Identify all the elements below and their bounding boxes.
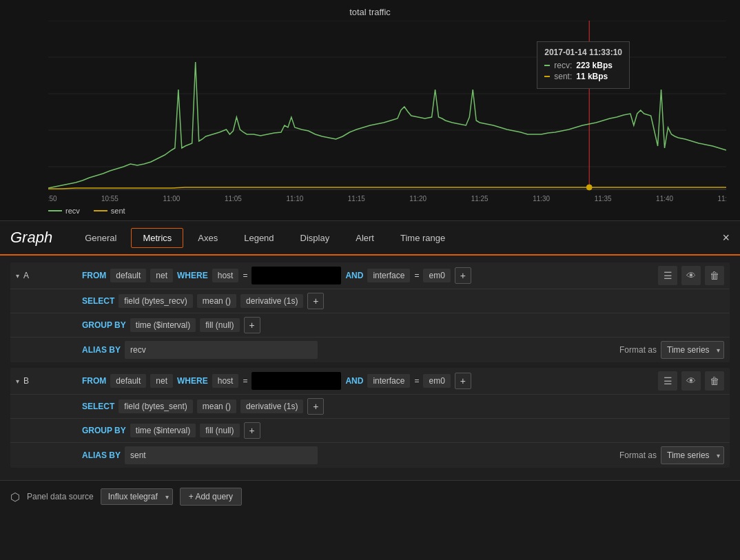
query-a-menu-button[interactable]: ☰: [658, 266, 677, 285]
query-b-eye-button[interactable]: 👁: [681, 371, 701, 391]
tab-time-range[interactable]: Time range: [389, 228, 457, 248]
tooltip-sent-row: sent: 11 kBps: [544, 72, 622, 81]
query-b-where2-value[interactable]: em0: [423, 374, 450, 388]
tooltip-recv-value: 223 kBps: [576, 61, 613, 70]
query-b-from-table[interactable]: net: [150, 374, 173, 388]
query-a-delete-button[interactable]: 🗑: [705, 266, 724, 285]
query-b-format-select[interactable]: Time series Table World map: [661, 446, 724, 464]
tab-general[interactable]: General: [73, 228, 128, 248]
query-a-format-select[interactable]: Time series Table World map: [661, 341, 724, 359]
chart-title: total traffic: [7, 7, 733, 17]
tab-alert[interactable]: Alert: [344, 228, 386, 248]
close-button[interactable]: ×: [722, 231, 730, 245]
query-b-group-fill[interactable]: fill (null): [200, 424, 239, 437]
query-a-where-add-button[interactable]: +: [455, 267, 471, 284]
editor-header: Graph General Metrics Axes Legend Displa…: [0, 221, 740, 256]
query-a-select-field[interactable]: field (bytes_recv): [119, 294, 192, 308]
svg-point-25: [586, 185, 592, 190]
legend-recv-label: recv: [65, 207, 80, 215]
chart-inner: 5.0 MBps 4.0 MBps 3.0 MBps 2.0 MBps 1.0 …: [48, 21, 726, 203]
svg-text:11:40: 11:40: [656, 195, 673, 203]
query-b-select-add-button[interactable]: +: [307, 398, 324, 415]
editor-panel: Graph General Metrics Axes Legend Displa…: [0, 220, 740, 512]
query-a-from-db[interactable]: default: [110, 269, 146, 282]
svg-text:11:45: 11:45: [718, 195, 726, 203]
tooltip-recv-row: recv: 223 kBps: [544, 61, 622, 70]
svg-text:10:50: 10:50: [48, 195, 57, 203]
query-a-letter: A: [23, 271, 29, 280]
query-a-alias-input[interactable]: [125, 341, 318, 359]
datasource-icon: ⬡: [10, 490, 20, 504]
tooltip-recv-label: recv:: [554, 61, 572, 70]
tab-legend[interactable]: Legend: [232, 228, 285, 248]
query-b-actions: ☰ 👁 🗑: [658, 371, 724, 391]
legend-recv-line: [48, 210, 62, 211]
datasource-label: Panel data source: [27, 492, 94, 501]
query-b-label-col: ▾ B: [16, 376, 78, 386]
add-query-button[interactable]: + Add query: [180, 488, 242, 506]
query-b-format-label: Format as: [619, 450, 657, 460]
query-b-group-field[interactable]: time ($interval): [130, 424, 196, 437]
query-a-where2-field[interactable]: interface: [367, 269, 410, 282]
svg-text:11:35: 11:35: [595, 195, 612, 203]
query-b-select-field[interactable]: field (bytes_sent): [119, 400, 192, 413]
tab-axes[interactable]: Axes: [186, 228, 229, 248]
query-a-select-add-button[interactable]: +: [307, 293, 324, 309]
query-b-and-kw: AND: [345, 376, 363, 386]
query-b-where-value[interactable]: [251, 372, 341, 390]
legend-recv: recv: [48, 207, 80, 215]
query-b-groupby-row: GROUP BY time ($interval) fill (null) +: [10, 418, 730, 442]
chart-tooltip: 2017-01-14 11:33:10 recv: 223 kBps sent:…: [537, 41, 630, 89]
editor-title: Graph: [10, 229, 52, 247]
query-b-where-kw: WHERE: [177, 376, 208, 386]
query-a-chevron[interactable]: ▾: [16, 272, 19, 280]
svg-text:11:15: 11:15: [348, 195, 365, 203]
tab-display[interactable]: Display: [289, 228, 342, 248]
query-b-select-fn1[interactable]: mean (): [197, 400, 236, 413]
query-b-groupby-add-button[interactable]: +: [244, 422, 260, 439]
query-a-group-fill[interactable]: fill (null): [200, 318, 239, 332]
query-a-format-label: Format as: [619, 345, 657, 355]
query-a-select-fn2[interactable]: derivative (1s): [240, 294, 303, 308]
query-a-group-field[interactable]: time ($interval): [130, 318, 196, 332]
query-b-delete-button[interactable]: 🗑: [705, 371, 724, 391]
query-b-letter: B: [23, 376, 29, 386]
datasource-select[interactable]: Influx telegraf: [101, 488, 173, 505]
query-a-and-kw: AND: [345, 271, 363, 280]
query-b-format-select-wrap: Time series Table World map: [661, 446, 724, 464]
query-b-chevron[interactable]: ▾: [16, 377, 19, 385]
query-b-alias-kw: ALIAS BY: [82, 450, 121, 460]
legend-sent: sent: [94, 207, 125, 215]
query-a-where-value[interactable]: [251, 267, 341, 284]
query-a-eye-button[interactable]: 👁: [681, 266, 701, 285]
query-a-from-table[interactable]: net: [150, 269, 173, 282]
query-a-where-eq: =: [243, 271, 247, 280]
query-b-alias-input[interactable]: [125, 446, 318, 464]
query-b-where-add-button[interactable]: +: [455, 373, 471, 389]
query-a-select-fn1[interactable]: mean (): [197, 294, 236, 308]
query-block-a: ▾ A FROM default net WHERE host = AND in…: [10, 262, 730, 362]
query-b-from-kw: FROM: [82, 376, 106, 386]
tab-metrics[interactable]: Metrics: [131, 228, 183, 248]
query-a-where-kw: WHERE: [177, 271, 208, 280]
query-a-alias-row: ALIAS BY Format as Time series Table Wor…: [10, 337, 730, 362]
query-a-from-row: ▾ A FROM default net WHERE host = AND in…: [10, 262, 730, 289]
query-a-groupby-add-button[interactable]: +: [244, 317, 260, 333]
query-b-where2-eq: =: [414, 376, 419, 386]
query-a-groupby-kw: GROUP BY: [82, 320, 126, 330]
query-b-select-fn2[interactable]: derivative (1s): [240, 400, 303, 413]
query-a-where2-eq: =: [414, 271, 419, 280]
query-a-select-row: SELECT field (bytes_recv) mean () deriva…: [10, 289, 730, 313]
query-b-alias-row: ALIAS BY Format as Time series Table Wor…: [10, 442, 730, 468]
query-b-where-field[interactable]: host: [212, 374, 239, 388]
query-b-menu-button[interactable]: ☰: [658, 371, 677, 391]
query-a-where-field[interactable]: host: [212, 269, 239, 282]
query-a-where2-value[interactable]: em0: [423, 269, 450, 282]
query-b-where2-field[interactable]: interface: [367, 374, 410, 388]
query-b-from-db[interactable]: default: [110, 374, 146, 388]
query-a-from-kw: FROM: [82, 271, 106, 280]
query-a-actions: ☰ 👁 🗑: [658, 266, 724, 285]
query-a-format-select-wrap: Time series Table World map: [661, 341, 724, 359]
svg-text:11:30: 11:30: [533, 195, 550, 203]
query-block-b: ▾ B FROM default net WHERE host = AND in…: [10, 368, 730, 468]
